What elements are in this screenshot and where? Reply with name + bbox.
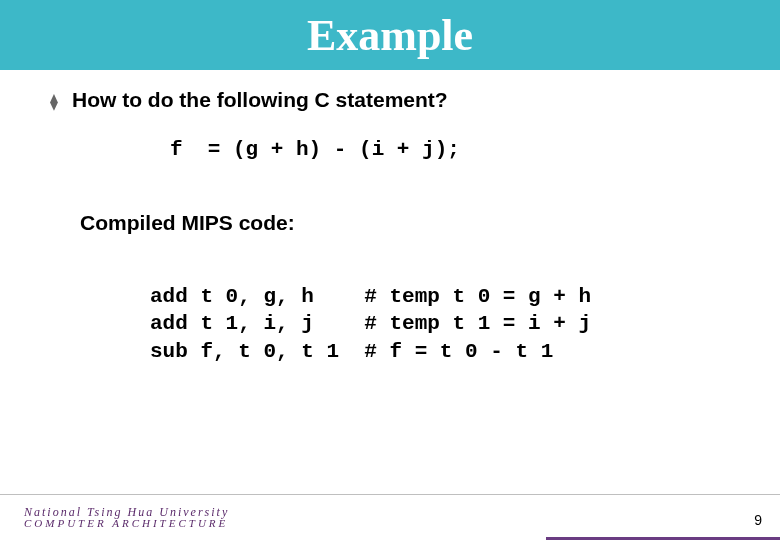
footer-brand: National Tsing Hua University COMPUTER A… [24,506,229,529]
page-number: 9 [754,512,762,528]
question-text: How to do the following C statement? [72,88,448,112]
brand-line-2: COMPUTER ARCHITECTURE [24,518,229,529]
mips-code-block: add t 0, g, h # temp t 0 = g + h add t 1… [150,283,730,365]
c-code: f = (g + h) - (i + j); [170,138,730,161]
slide-content: ⧫ How to do the following C statement? f… [0,70,780,365]
subhead: Compiled MIPS code: [80,211,730,235]
bullet-row: ⧫ How to do the following C statement? [50,88,730,116]
slide-title: Example [307,10,473,61]
title-bar: Example [0,0,780,70]
bullet-icon: ⧫ [50,88,58,116]
footer: National Tsing Hua University COMPUTER A… [0,494,780,540]
